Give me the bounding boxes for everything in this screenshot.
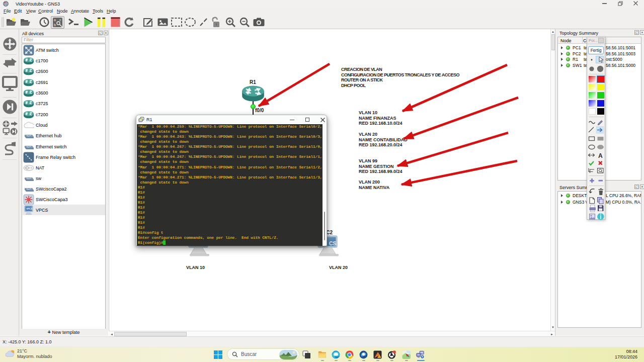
svg-text:a: a [54,18,56,22]
svg-text:A: A [598,152,603,159]
svg-text:c: c [59,18,61,22]
svg-text:b: b [54,23,56,27]
